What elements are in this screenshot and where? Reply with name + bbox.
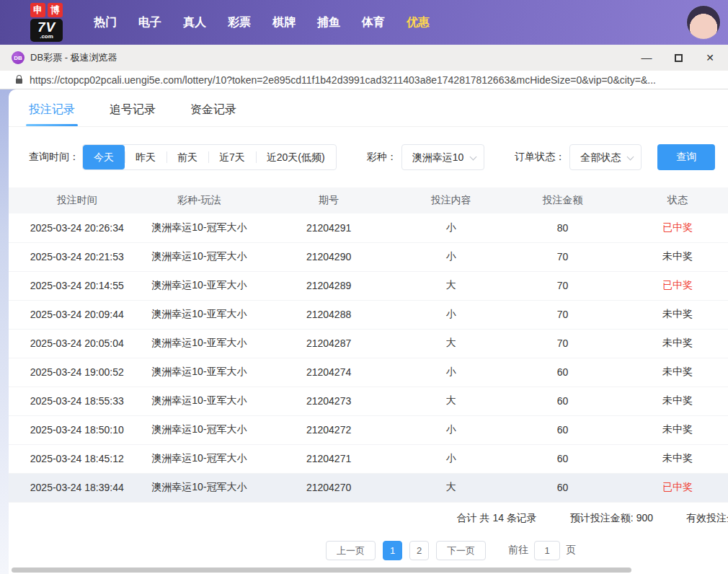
maximize-icon[interactable]: [673, 53, 683, 63]
nav-menu-item[interactable]: 捕鱼: [317, 15, 340, 30]
cell-game-play: 澳洲幸运10-亚军大小: [146, 300, 254, 329]
search-button[interactable]: 查询: [657, 144, 715, 170]
summary-total: 合计 共 14 条记录: [457, 512, 537, 525]
page-number-list: 12: [379, 541, 432, 560]
cell-issue: 21204288: [253, 300, 404, 329]
cell-game-play: 澳洲幸运10-亚军大小: [146, 387, 254, 415]
prev-page-button[interactable]: 上一页: [326, 541, 376, 560]
cell-bet-content: 小: [404, 444, 498, 473]
table-row: 2025-03-24 19:00:52 澳洲幸运10-亚军大小 21204274…: [9, 358, 728, 387]
time-range-option[interactable]: 前天: [167, 145, 208, 169]
filter-bar: 查询时间： 今天昨天前天近7天近20天(低频) 彩种： 澳洲幸运10 订单状态：…: [29, 144, 728, 170]
nav-menu-item[interactable]: 电子: [138, 15, 161, 30]
page-number-button[interactable]: 2: [409, 541, 429, 560]
summary-expected-amount: 预计投注金额: 900: [570, 512, 653, 525]
next-page-button[interactable]: 下一页: [436, 541, 486, 560]
logo-brand: 7V .com: [30, 19, 63, 42]
cell-bet-time: 2025-03-24 18:55:33: [9, 387, 146, 415]
nav-menu-item[interactable]: 优惠: [407, 15, 430, 30]
tab-item[interactable]: 投注记录: [29, 102, 75, 126]
browser-titlebar: DB DB彩票 - 极速浏览器 — ✕: [0, 45, 728, 71]
nav-menu-item[interactable]: 体育: [362, 15, 385, 30]
cell-game-play: 澳洲幸运10-冠军大小: [146, 444, 254, 473]
nav-menu-item[interactable]: 热门: [94, 15, 117, 30]
nav-menu-item[interactable]: 棋牌: [272, 15, 296, 30]
site-top-nav: 申 博 7V .com 热门电子真人彩票棋牌捕鱼体育优惠: [0, 0, 728, 45]
cell-game-play: 澳洲幸运10-冠军大小: [146, 415, 254, 444]
time-range-option[interactable]: 近20天(低频): [256, 145, 336, 169]
cell-issue: 21204287: [253, 329, 404, 358]
page-background: 投注记录追号记录资金记录 查询时间： 今天昨天前天近7天近20天(低频) 彩种：…: [0, 89, 728, 574]
cell-bet-time: 2025-03-24 20:21:53: [9, 242, 146, 271]
user-avatar[interactable]: [686, 5, 721, 40]
cell-status: 未中奖: [627, 358, 728, 387]
cell-issue: 21204291: [253, 213, 404, 242]
cell-bet-content: 大: [404, 473, 498, 502]
pagination: 上一页 12 下一页 前往 页: [89, 541, 728, 560]
cell-issue: 21204270: [253, 473, 404, 502]
tab-item[interactable]: 资金记录: [190, 102, 236, 126]
col-header-bet-content: 投注内容: [404, 187, 498, 213]
time-range-option[interactable]: 今天: [83, 145, 125, 169]
nav-menu-item[interactable]: 彩票: [228, 15, 251, 30]
close-icon[interactable]: ✕: [705, 53, 715, 63]
cell-bet-time: 2025-03-24 19:00:52: [9, 358, 146, 387]
cell-status: 已中奖: [627, 473, 728, 502]
cell-status: 未中奖: [627, 329, 728, 358]
cell-bet-time: 2025-03-24 20:26:34: [9, 213, 146, 242]
browser-favicon-icon: DB: [12, 51, 25, 64]
time-range-group: 今天昨天前天近7天近20天(低频): [82, 144, 337, 170]
cell-game-play: 澳洲幸运10-冠军大小: [146, 242, 254, 271]
cell-status: 已中奖: [627, 213, 728, 242]
time-range-option[interactable]: 近7天: [208, 145, 256, 169]
cell-bet-content: 小: [404, 358, 498, 387]
cell-bet-amount: 80: [498, 213, 628, 242]
col-header-bet-amount: 投注金额: [498, 187, 628, 213]
window-controls: — ✕: [642, 53, 718, 63]
page-number-button[interactable]: 1: [383, 541, 402, 560]
cell-game-play: 澳洲幸运10-亚军大小: [146, 329, 254, 358]
cell-bet-amount: 60: [498, 387, 628, 415]
cell-issue: 21204289: [253, 271, 404, 300]
col-header-game-play: 彩种-玩法: [146, 187, 254, 213]
cell-bet-time: 2025-03-24 18:45:12: [9, 444, 146, 473]
url-text[interactable]: https://ctopcp02pcali.uengi5e.com/lotter…: [30, 74, 656, 86]
cell-bet-time: 2025-03-24 20:09:44: [9, 300, 146, 329]
cell-status: 未中奖: [627, 300, 728, 329]
table-row: 2025-03-24 20:05:04 澳洲幸运10-亚军大小 21204287…: [9, 329, 728, 358]
logo-badges: 申 博: [30, 3, 66, 17]
chevron-down-icon: [470, 154, 477, 161]
goto-label: 前往: [508, 544, 528, 557]
col-header-issue: 期号: [253, 187, 404, 213]
window-title: DB彩票 - 极速浏览器: [30, 51, 642, 64]
cell-bet-time: 2025-03-24 20:14:55: [9, 271, 146, 300]
lock-icon: [16, 79, 22, 84]
cell-bet-content: 小: [404, 300, 498, 329]
cell-issue: 21204290: [253, 242, 404, 271]
summary-valid-amount: 有效投注金额: [686, 512, 728, 525]
tab-item[interactable]: 追号记录: [110, 102, 156, 126]
cell-game-play: 澳洲幸运10-冠军大小: [146, 213, 254, 242]
order-status-select[interactable]: 全部状态: [569, 144, 642, 170]
table-row: 2025-03-24 18:39:44 澳洲幸运10-冠军大小 21204270…: [9, 473, 728, 502]
time-range-option[interactable]: 昨天: [125, 145, 167, 169]
cell-bet-content: 小: [404, 242, 498, 271]
minimize-icon[interactable]: —: [642, 53, 652, 63]
horizontal-scrollbar[interactable]: [12, 568, 631, 573]
cell-bet-amount: 60: [498, 358, 628, 387]
site-logo[interactable]: 申 博 7V .com: [30, 3, 66, 42]
content-panel: 投注记录追号记录资金记录 查询时间： 今天昨天前天近7天近20天(低频) 彩种：…: [9, 89, 728, 574]
cell-bet-amount: 60: [498, 415, 628, 444]
goto-page-input[interactable]: [534, 541, 560, 560]
lottery-select[interactable]: 澳洲幸运10: [401, 144, 485, 170]
cell-status: 未中奖: [627, 444, 728, 473]
cell-game-play: 澳洲幸运10-亚军大小: [146, 271, 254, 300]
nav-menu-item[interactable]: 真人: [183, 15, 206, 30]
cell-bet-time: 2025-03-24 18:39:44: [9, 473, 146, 502]
cell-bet-content: 小: [404, 415, 498, 444]
logo-badge-shen: 申: [30, 3, 45, 17]
cell-status: 未中奖: [627, 242, 728, 271]
browser-urlbar[interactable]: https://ctopcp02pcali.uengi5e.com/lotter…: [0, 71, 728, 89]
table-row: 2025-03-24 18:50:10 澳洲幸运10-冠军大小 21204272…: [9, 415, 728, 444]
time-filter-label: 查询时间：: [29, 151, 79, 164]
